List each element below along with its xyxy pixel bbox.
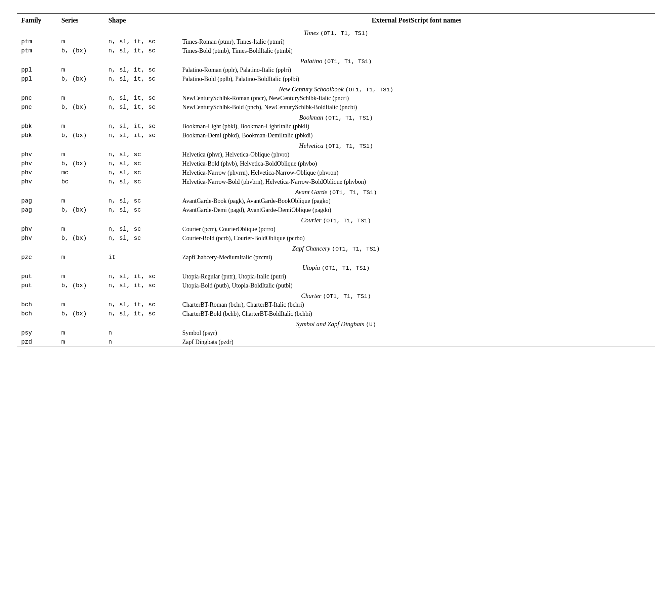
cell-shape: it [104, 253, 178, 262]
cell-family: pzc [17, 253, 57, 262]
cell-series: m [57, 225, 104, 234]
cell-family: put [17, 281, 57, 290]
cell-series: b, (bx) [57, 281, 104, 290]
table-header: Family Series Shape External PostScript … [17, 14, 655, 27]
cell-ext: Helvetica-Bold (phvb), Helvetica-BoldObl… [178, 159, 655, 168]
cell-family: ppl [17, 65, 57, 75]
cell-ext: Utopia-Regular (putr), Utopia-Italic (pu… [178, 272, 655, 281]
cell-series: b, (bx) [57, 234, 104, 243]
section-header-utopia: Utopia (OT1, T1, TS1) [17, 262, 655, 272]
cell-shape: n, sl, it, sc [104, 122, 178, 131]
cell-shape: n, sl, it, sc [104, 300, 178, 309]
cell-ext: Bookman-Demi (pbkd), Bookman-DemiItalic … [178, 131, 655, 140]
cell-shape: n, sl, sc [104, 150, 178, 159]
cell-ext: AvantGarde-Book (pagk), AvantGarde-BookO… [178, 196, 655, 206]
cell-series: b, (bx) [57, 131, 104, 140]
cell-family: pag [17, 196, 57, 206]
table-row: ptmmn, sl, it, scTimes-Roman (ptmr), Tim… [17, 37, 655, 46]
table-row: putmn, sl, it, scUtopia-Regular (putr), … [17, 272, 655, 281]
cell-series: mc [57, 168, 104, 177]
cell-ext: NewCenturySchlbk-Roman (pncr), NewCentur… [178, 94, 655, 103]
table-row: bchb, (bx)n, sl, it, scCharterBT-Bold (b… [17, 309, 655, 318]
cell-shape: n, sl, sc [104, 168, 178, 177]
cell-ext: Bookman-Light (pbkl), Bookman-LightItali… [178, 122, 655, 131]
section-header-bookman: Bookman (OT1, T1, TS1) [17, 112, 655, 122]
cell-family: phv [17, 177, 57, 186]
cell-ext: Symbol (psyr) [178, 328, 655, 338]
cell-ext: Times-Roman (ptmr), Times-Italic (ptmri) [178, 37, 655, 46]
cell-shape: n, sl, it, sc [104, 309, 178, 318]
cell-family: ppl [17, 75, 57, 84]
cell-family: phv [17, 234, 57, 243]
cell-ext: Courier (pcrr), CourierOblique (pcrro) [178, 225, 655, 234]
section-header-courier: Courier (OT1, T1, TS1) [17, 215, 655, 225]
cell-family: psy [17, 328, 57, 338]
table-row: phvmcn, sl, scHelvetica-Narrow (phvrrn),… [17, 168, 655, 177]
cell-shape: n, sl, sc [104, 177, 178, 186]
table-row: ptmb, (bx)n, sl, it, scTimes-Bold (ptmb)… [17, 46, 655, 55]
cell-ext: AvantGarde-Demi (pagd), AvantGarde-DemiO… [178, 206, 655, 215]
cell-family: ptm [17, 37, 57, 46]
table-row: putb, (bx)n, sl, it, scUtopia-Bold (putb… [17, 281, 655, 290]
cell-ext: Palatino-Roman (pplr), Palatino-Italic (… [178, 65, 655, 75]
cell-shape: n, sl, sc [104, 206, 178, 215]
table-row: phvmn, sl, scCourier (pcrr), CourierObli… [17, 225, 655, 234]
cell-shape: n, sl, it, sc [104, 103, 178, 112]
table-row: pagmn, sl, scAvantGarde-Book (pagk), Ava… [17, 196, 655, 206]
cell-series: m [57, 65, 104, 75]
cell-family: put [17, 272, 57, 281]
table-row: pbkb, (bx)n, sl, it, scBookman-Demi (pbk… [17, 131, 655, 140]
cell-series: b, (bx) [57, 206, 104, 215]
header-series: Series [57, 14, 104, 27]
cell-family: phv [17, 168, 57, 177]
header-family: Family [17, 14, 57, 27]
cell-family: pbk [17, 122, 57, 131]
section-header-palatino: Palatino (OT1, T1, TS1) [17, 55, 655, 65]
table-row: pplmn, sl, it, scPalatino-Roman (pplr), … [17, 65, 655, 75]
cell-shape: n, sl, sc [104, 159, 178, 168]
cell-ext: CharterBT-Roman (bchr), CharterBT-Italic… [178, 300, 655, 309]
cell-family: ptm [17, 46, 57, 55]
cell-series: m [57, 122, 104, 131]
header-ext: External PostScript font names [178, 14, 655, 27]
cell-shape: n, sl, it, sc [104, 75, 178, 84]
cell-ext: Helvetica (phvr), Helvetica-Oblique (phv… [178, 150, 655, 159]
table-row: psymnSymbol (psyr) [17, 328, 655, 338]
table-row: bchmn, sl, it, scCharterBT-Roman (bchr),… [17, 300, 655, 309]
table-row: phvmn, sl, scHelvetica (phvr), Helvetica… [17, 150, 655, 159]
cell-series: bc [57, 177, 104, 186]
cell-family: phv [17, 150, 57, 159]
table-row: pagb, (bx)n, sl, scAvantGarde-Demi (pagd… [17, 206, 655, 215]
table-row: pzdmnZapf Dingbats (pzdr) [17, 338, 655, 347]
cell-ext: Times-Bold (ptmb), Times-BoldItalic (ptm… [178, 46, 655, 55]
cell-ext: NewCenturySchlbk-Bold (pncb), NewCentury… [178, 103, 655, 112]
cell-shape: n [104, 328, 178, 338]
section-header-symboldingbats: Symbol and Zapf Dingbats (U) [17, 318, 655, 328]
table-row: pncb, (bx)n, sl, it, scNewCenturySchlbk-… [17, 103, 655, 112]
cell-family: phv [17, 159, 57, 168]
table-row: phvbcn, sl, scHelvetica-Narrow-Bold (phv… [17, 177, 655, 186]
cell-family: bch [17, 309, 57, 318]
font-table: Family Series Shape External PostScript … [17, 13, 655, 347]
cell-family: pag [17, 206, 57, 215]
cell-ext: Palatino-Bold (pplb), Palatino-BoldItali… [178, 75, 655, 84]
cell-ext: Courier-Bold (pcrb), Courier-BoldOblique… [178, 234, 655, 243]
section-header-avantgarde: Avant Garde (OT1, T1, TS1) [17, 186, 655, 196]
cell-ext: Helvetica-Narrow-Bold (phvbrn), Helvetic… [178, 177, 655, 186]
cell-series: m [57, 272, 104, 281]
cell-family: pnc [17, 94, 57, 103]
cell-family: pnc [17, 103, 57, 112]
cell-series: m [57, 94, 104, 103]
cell-family: pzd [17, 338, 57, 347]
cell-shape: n, sl, it, sc [104, 37, 178, 46]
cell-shape: n, sl, it, sc [104, 65, 178, 75]
cell-series: m [57, 253, 104, 262]
cell-shape: n, sl, it, sc [104, 94, 178, 103]
cell-series: b, (bx) [57, 103, 104, 112]
section-header-times: Times (OT1, T1, TS1) [17, 27, 655, 38]
cell-shape: n, sl, it, sc [104, 281, 178, 290]
table-row: pncmn, sl, it, scNewCenturySchlbk-Roman … [17, 94, 655, 103]
table-row: pbkmn, sl, it, scBookman-Light (pbkl), B… [17, 122, 655, 131]
header-shape: Shape [104, 14, 178, 27]
table-row: pzcmitZapfChabcery-MediumItalic (pzcmi) [17, 253, 655, 262]
